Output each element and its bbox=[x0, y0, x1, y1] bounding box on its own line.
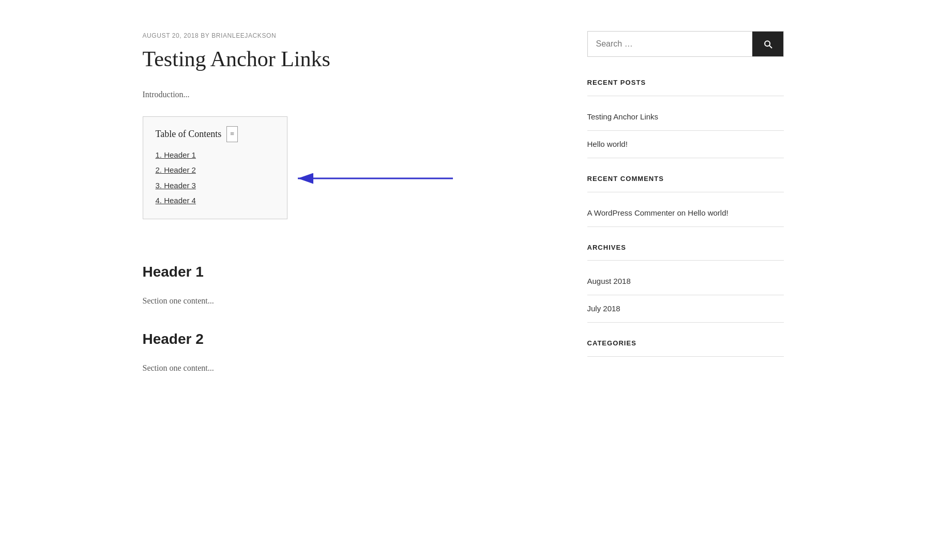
toc-link-2[interactable]: 2. Header 2 bbox=[156, 165, 196, 174]
recent-comment-item-1: A WordPress Commenter on Hello world! bbox=[587, 200, 784, 227]
search-widget bbox=[587, 31, 784, 57]
toc-link-3[interactable]: 3. Header 3 bbox=[156, 181, 196, 190]
toc-header: Table of Contents ≡ bbox=[156, 126, 275, 142]
recent-posts-section: Recent Posts Testing Anchor Links Hello … bbox=[587, 78, 784, 158]
toc-toggle-icon[interactable]: ≡ bbox=[226, 126, 238, 142]
section-heading-2: Header 2 bbox=[143, 328, 546, 351]
section-header-2: Header 2 Section one content... bbox=[143, 328, 546, 374]
arrow-annotation bbox=[293, 168, 458, 189]
categories-heading: Categories bbox=[587, 338, 784, 357]
post-title: Testing Anchor Links bbox=[143, 46, 546, 72]
section-content-1: Section one content... bbox=[143, 294, 546, 308]
archives-section: Archives August 2018 July 2018 bbox=[587, 243, 784, 323]
recent-post-link-1[interactable]: Testing Anchor Links bbox=[587, 112, 659, 121]
archive-item-1: August 2018 bbox=[587, 268, 784, 295]
archive-link-1[interactable]: August 2018 bbox=[587, 277, 631, 285]
toc-title: Table of Contents bbox=[156, 127, 222, 142]
section-heading-1: Header 1 bbox=[143, 261, 546, 284]
archive-link-2[interactable]: July 2018 bbox=[587, 304, 620, 313]
toc-annotation-wrapper: Table of Contents ≡ 1. Header 1 2. Heade… bbox=[143, 116, 546, 240]
comment-post-link[interactable]: Hello world! bbox=[688, 208, 728, 217]
search-button[interactable] bbox=[752, 32, 783, 56]
toc-list: 1. Header 1 2. Header 2 3. Header 3 4. H… bbox=[156, 148, 275, 207]
table-of-contents: Table of Contents ≡ 1. Header 1 2. Heade… bbox=[143, 116, 287, 219]
toc-item-4: 4. Header 4 bbox=[156, 194, 275, 207]
page-wrapper: August 20, 2018 by BrianLeeJackson Testi… bbox=[101, 0, 825, 421]
search-input[interactable] bbox=[588, 32, 752, 56]
toc-link-4[interactable]: 4. Header 4 bbox=[156, 196, 196, 205]
toc-item-1: 1. Header 1 bbox=[156, 148, 275, 162]
categories-section: Categories bbox=[587, 338, 784, 357]
comment-author-link[interactable]: A WordPress Commenter bbox=[587, 208, 675, 217]
recent-posts-heading: Recent Posts bbox=[587, 78, 784, 96]
main-content: August 20, 2018 by BrianLeeJackson Testi… bbox=[143, 31, 546, 390]
toc-link-1[interactable]: 1. Header 1 bbox=[156, 150, 196, 159]
archive-item-2: July 2018 bbox=[587, 295, 784, 323]
sidebar: Recent Posts Testing Anchor Links Hello … bbox=[587, 31, 784, 390]
section-header-1: Header 1 Section one content... bbox=[143, 261, 546, 307]
comment-separator: on bbox=[675, 208, 688, 217]
section-content-2: Section one content... bbox=[143, 361, 546, 375]
post-meta: August 20, 2018 by BrianLeeJackson bbox=[143, 31, 546, 41]
recent-comments-section: Recent Comments A WordPress Commenter on… bbox=[587, 174, 784, 227]
toc-item-3: 3. Header 3 bbox=[156, 179, 275, 192]
recent-post-item-2: Hello world! bbox=[587, 131, 784, 158]
archives-heading: Archives bbox=[587, 243, 784, 261]
recent-comments-heading: Recent Comments bbox=[587, 174, 784, 192]
recent-post-link-2[interactable]: Hello world! bbox=[587, 140, 628, 148]
search-icon bbox=[763, 39, 773, 49]
post-intro: Introduction... bbox=[143, 88, 546, 101]
toc-item-2: 2. Header 2 bbox=[156, 163, 275, 177]
recent-post-item-1: Testing Anchor Links bbox=[587, 103, 784, 131]
